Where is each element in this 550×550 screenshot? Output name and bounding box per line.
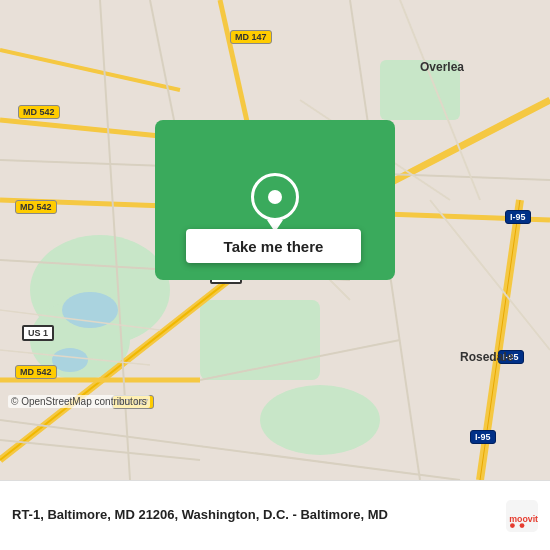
i95-shield-3: I-95 (470, 430, 496, 444)
svg-point-4 (260, 385, 380, 455)
svg-point-35 (520, 523, 525, 528)
rosedale-label: Rosedale (460, 350, 513, 364)
md-147-shield-top: MD 147 (230, 30, 272, 44)
overlea-label: Overlea (420, 60, 464, 74)
i95-shield-1: I-95 (505, 210, 531, 224)
moovit-logo: moovit (506, 500, 538, 532)
md-542-shield-2: MD 542 (15, 200, 57, 214)
location-title: RT-1, Baltimore, MD 21206, Washington, D… (12, 506, 506, 524)
md-542-shield-1: MD 542 (18, 105, 60, 119)
location-pin (251, 173, 299, 228)
svg-point-34 (510, 523, 515, 528)
moovit-logo-icon: moovit (506, 500, 538, 532)
md-542-shield-3: MD 542 (15, 365, 57, 379)
take-me-there-button[interactable]: Take me there (186, 229, 361, 263)
location-info: RT-1, Baltimore, MD 21206, Washington, D… (12, 506, 506, 524)
svg-point-7 (52, 348, 88, 372)
map-container: MD 147 MD 542 MD 542 MD 542 MD US 1 US 1… (0, 0, 550, 480)
svg-point-6 (62, 292, 118, 328)
svg-text:moovit: moovit (509, 514, 538, 524)
us1-shield-1: US 1 (22, 325, 54, 341)
bottom-bar: RT-1, Baltimore, MD 21206, Washington, D… (0, 480, 550, 550)
map-attribution: © OpenStreetMap contributors (8, 395, 150, 408)
